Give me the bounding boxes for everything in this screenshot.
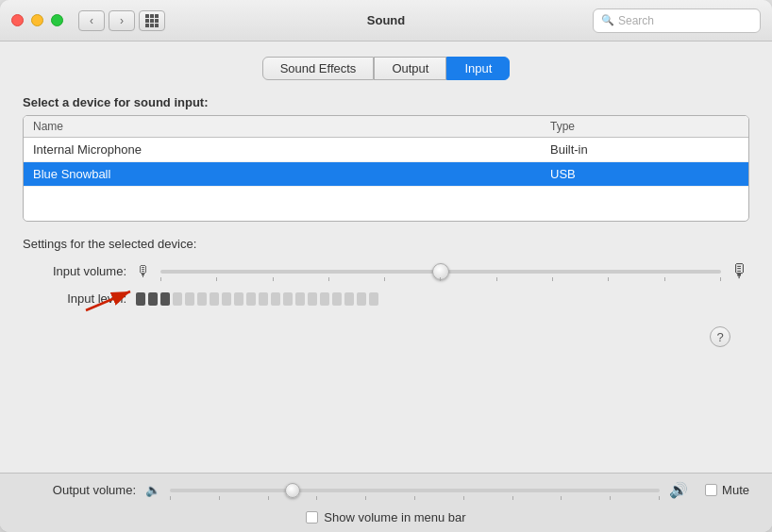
device-type-0: Built-in [550, 142, 739, 157]
level-bar-17 [332, 292, 342, 306]
close-button[interactable] [11, 14, 24, 26]
level-bar-20 [369, 292, 378, 306]
back-button[interactable]: ‹ [78, 10, 105, 31]
col-header-type: Type [550, 120, 739, 133]
level-bar-4 [173, 292, 182, 306]
level-bar-16 [320, 292, 329, 306]
mic-icon-small: 🎙 [136, 263, 151, 280]
table-row-selected[interactable]: Blue Snowball USB [24, 162, 748, 187]
forward-button[interactable]: › [109, 10, 135, 31]
slider-ticks [160, 277, 721, 281]
content-area: Sound Effects Output Input Select a devi… [0, 42, 772, 473]
level-bar-2 [148, 292, 158, 306]
input-level-area: Input level: [23, 291, 749, 313]
level-bar-3 [160, 292, 170, 306]
table-header: Name Type [24, 116, 748, 138]
help-row: ? [23, 326, 749, 347]
maximize-button[interactable] [51, 14, 63, 26]
show-volume-checkbox[interactable] [306, 511, 318, 524]
level-bar-15 [308, 292, 317, 306]
input-level-row: Input level: [23, 291, 378, 306]
search-icon: 🔍 [601, 14, 614, 26]
grid-icon [145, 14, 159, 27]
tab-sound-effects[interactable]: Sound Effects [262, 57, 375, 80]
level-bar-5 [185, 292, 194, 306]
settings-heading: Settings for the selected device: [23, 237, 749, 251]
input-volume-row: Input volume: 🎙 🎙 [23, 260, 749, 282]
titlebar: ‹ › Sound 🔍 Search [0, 0, 772, 42]
level-bar-10 [246, 292, 256, 306]
annotation-arrow [81, 284, 138, 316]
mic-icon-large: 🎙 [730, 260, 749, 282]
show-volume-label: Show volume in menu bar [324, 510, 465, 524]
table-row[interactable]: Internal Microphone Built-in [24, 138, 748, 162]
speaker-icon-large: 🔊 [669, 481, 688, 499]
level-bar-7 [210, 292, 219, 306]
bottom-section: Output volume: 🔈 🔊 Mute Show volume in m… [0, 473, 772, 532]
input-level-bars [136, 292, 378, 306]
mute-label: Mute [722, 483, 749, 497]
menu-bar-row: Show volume in menu bar [0, 507, 772, 532]
level-bar-18 [344, 292, 354, 306]
minimize-button[interactable] [31, 14, 43, 26]
output-slider-ticks [170, 496, 660, 500]
search-box[interactable]: 🔍 Search [593, 8, 761, 33]
level-bar-12 [271, 292, 280, 306]
main-window: ‹ › Sound 🔍 Search Sound Effects Output … [0, 0, 772, 532]
device-name-1: Blue Snowball [33, 167, 550, 181]
window-title: Sound [367, 13, 405, 27]
level-bar-13 [283, 292, 293, 306]
tab-output[interactable]: Output [374, 57, 446, 80]
table-row-empty [24, 187, 748, 221]
device-name-0: Internal Microphone [33, 142, 550, 157]
output-volume-bar: Output volume: 🔈 🔊 Mute [0, 473, 772, 507]
mute-row: Mute [705, 483, 749, 497]
tab-input[interactable]: Input [446, 57, 510, 80]
mute-checkbox[interactable] [705, 484, 717, 496]
traffic-lights [11, 14, 63, 26]
speaker-icon-small: 🔈 [145, 483, 160, 497]
device-table: Name Type Internal Microphone Built-in B… [23, 115, 749, 222]
search-placeholder: Search [618, 14, 654, 27]
level-bar-6 [197, 292, 207, 306]
help-button[interactable]: ? [710, 326, 730, 347]
level-bar-8 [222, 292, 231, 306]
tab-bar: Sound Effects Output Input [23, 57, 749, 80]
device-section: Select a device for sound input: Name Ty… [23, 95, 749, 222]
level-bar-9 [234, 292, 243, 306]
input-volume-slider[interactable] [160, 270, 721, 274]
settings-section: Settings for the selected device: Input … [23, 237, 749, 313]
device-section-heading: Select a device for sound input: [23, 95, 749, 109]
output-volume-slider[interactable] [170, 489, 660, 492]
svg-line-1 [86, 291, 130, 310]
level-bar-19 [357, 292, 366, 306]
level-bar-14 [295, 292, 305, 306]
nav-buttons: ‹ › [78, 10, 135, 31]
col-header-name: Name [33, 120, 550, 133]
input-volume-label: Input volume: [23, 264, 126, 278]
grid-view-button[interactable] [139, 10, 165, 31]
level-bar-11 [259, 292, 268, 306]
output-volume-label: Output volume: [23, 483, 136, 497]
device-type-1: USB [550, 167, 739, 181]
